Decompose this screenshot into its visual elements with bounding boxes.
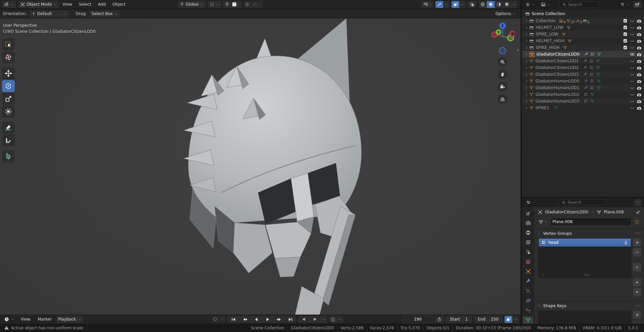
mesh-data-icon[interactable] bbox=[597, 52, 601, 57]
expand-arrow-icon[interactable] bbox=[524, 79, 529, 83]
navigation-gizmo[interactable]: Y X Z bbox=[490, 21, 515, 55]
hide-viewport-toggle[interactable] bbox=[629, 79, 636, 84]
mesh-data-icon[interactable] bbox=[596, 72, 600, 77]
expand-arrow-icon[interactable] bbox=[524, 86, 529, 90]
wrench-icon[interactable] bbox=[583, 65, 588, 70]
orientation-dropdown[interactable]: Default bbox=[30, 10, 68, 17]
tab-world[interactable] bbox=[523, 258, 533, 266]
wrench-icon[interactable] bbox=[583, 59, 588, 63]
preview-range-dropdown[interactable] bbox=[337, 316, 343, 323]
outliner-row-gladiatorcitizenlod2[interactable]: GladiatorCitizenLOD2 bbox=[522, 64, 644, 71]
add-cube-tool[interactable] bbox=[2, 150, 15, 162]
playback-dropdown[interactable]: Playback bbox=[56, 316, 83, 323]
outliner-filter-dropdown[interactable] bbox=[618, 1, 632, 8]
mode-dropdown[interactable]: Object Mode bbox=[18, 1, 59, 8]
use-preview-range-button[interactable] bbox=[435, 316, 444, 323]
modifier-stack-icon[interactable] bbox=[584, 92, 588, 97]
scale-tool[interactable] bbox=[2, 93, 15, 105]
hide-viewport-toggle[interactable] bbox=[629, 59, 636, 64]
gladiator-helmet-model[interactable] bbox=[0, 18, 521, 315]
modifier-stack-icon[interactable] bbox=[589, 72, 594, 77]
snap-to-dropdown[interactable] bbox=[231, 1, 241, 8]
show-gizmo-toggle[interactable] bbox=[435, 1, 443, 8]
tab-view-layer[interactable] bbox=[523, 239, 533, 246]
hide-viewport-toggle[interactable] bbox=[629, 32, 636, 37]
proportional-falloff-dropdown[interactable] bbox=[251, 1, 262, 8]
exclude-checkbox[interactable] bbox=[622, 18, 629, 23]
lock-toggle[interactable] bbox=[624, 240, 628, 245]
hide-viewport-toggle[interactable] bbox=[629, 72, 636, 77]
expand-arrow-icon[interactable] bbox=[524, 53, 529, 56]
tab-object-data[interactable] bbox=[523, 316, 533, 324]
sidebar-collapse-handle[interactable] bbox=[516, 48, 520, 52]
timeline-menu-view[interactable]: View bbox=[18, 316, 33, 323]
auto-key-dropdown[interactable] bbox=[219, 316, 226, 323]
disable-render-toggle[interactable] bbox=[636, 99, 643, 104]
tab-physics[interactable] bbox=[523, 297, 533, 304]
snap-toggle[interactable] bbox=[223, 1, 231, 8]
menu-view[interactable]: View bbox=[60, 1, 75, 8]
modifier-stack-icon[interactable] bbox=[590, 79, 595, 83]
rotate-tool[interactable] bbox=[2, 80, 15, 92]
disable-render-toggle[interactable] bbox=[636, 65, 643, 70]
outliner-row-gladiatorhumanlod0[interactable]: GladiatorHumanLOD0 bbox=[522, 78, 644, 84]
expand-arrow-icon[interactable] bbox=[524, 19, 529, 23]
fake-user-button[interactable] bbox=[633, 218, 641, 226]
play-reverse-button[interactable] bbox=[250, 316, 262, 323]
pin-id-button[interactable] bbox=[636, 210, 641, 215]
jump-to-end-button[interactable] bbox=[285, 316, 296, 323]
menu-add[interactable]: Add bbox=[95, 1, 109, 8]
hide-viewport-toggle[interactable] bbox=[629, 99, 636, 104]
panel-grip-icon[interactable] bbox=[634, 304, 641, 308]
tab-modifiers[interactable] bbox=[523, 277, 533, 285]
tab-output[interactable] bbox=[523, 229, 533, 237]
mesh-id-dropdown[interactable] bbox=[537, 218, 549, 226]
outliner-row-gladiatorhumanlod2[interactable]: GladiatorHumanLOD2 bbox=[522, 91, 644, 98]
expand-arrow-icon[interactable] bbox=[524, 26, 529, 29]
add-vertex-group-button[interactable] bbox=[633, 238, 641, 247]
perspective-toggle-button[interactable] bbox=[497, 94, 508, 104]
expand-arrow-icon[interactable] bbox=[524, 32, 529, 36]
play-button[interactable] bbox=[262, 316, 273, 323]
outliner-row-spike-high[interactable]: SPIKE_HIGH bbox=[522, 44, 644, 51]
tab-constraints[interactable] bbox=[523, 307, 533, 314]
expand-arrow-icon[interactable] bbox=[524, 39, 529, 43]
remove-vertex-group-button[interactable] bbox=[633, 248, 641, 256]
transform-orientation-dropdown[interactable]: Global bbox=[178, 1, 206, 8]
breadcrumb-data[interactable]: Plane.008 bbox=[604, 210, 624, 214]
hide-viewport-toggle[interactable] bbox=[629, 65, 636, 70]
hide-viewport-toggle[interactable] bbox=[629, 45, 636, 50]
properties-search-input[interactable] bbox=[568, 200, 602, 205]
hide-viewport-toggle[interactable] bbox=[629, 25, 636, 30]
disable-render-toggle[interactable] bbox=[636, 85, 643, 90]
jump-to-start-button[interactable] bbox=[228, 316, 239, 323]
outliner-row-helmet-high[interactable]: HELMET_HIGH bbox=[522, 38, 644, 44]
start-frame-field[interactable]: Start 1 bbox=[446, 316, 472, 323]
outliner-row-spike1[interactable]: SPIKE1 bbox=[522, 105, 644, 111]
hide-viewport-toggle[interactable] bbox=[629, 106, 636, 111]
expand-arrow-icon[interactable] bbox=[524, 93, 529, 96]
mesh-data-icon[interactable] bbox=[590, 99, 595, 104]
properties-search[interactable] bbox=[559, 199, 605, 206]
tab-tool[interactable] bbox=[523, 210, 533, 217]
measure-tool[interactable] bbox=[2, 134, 15, 146]
shading-rendered-button[interactable] bbox=[503, 1, 511, 8]
modifier-stack-icon[interactable] bbox=[589, 59, 594, 63]
preview-range-toggle[interactable] bbox=[329, 316, 337, 323]
properties-options-dropdown[interactable] bbox=[634, 199, 642, 206]
mesh-data-icon[interactable] bbox=[596, 59, 600, 63]
next-keyframe-button[interactable] bbox=[273, 316, 285, 323]
exclude-checkbox[interactable] bbox=[622, 39, 629, 43]
tab-particles[interactable] bbox=[523, 287, 533, 294]
disable-render-toggle[interactable] bbox=[636, 72, 643, 77]
hide-viewport-toggle[interactable] bbox=[629, 52, 636, 57]
mesh-data-icon[interactable] bbox=[596, 85, 601, 90]
exclude-checkbox[interactable] bbox=[622, 45, 629, 50]
outliner-row-gladiatorhumanlod3[interactable]: GladiatorHumanLOD3 bbox=[522, 98, 644, 105]
vertex-group-item-head[interactable]: head bbox=[539, 239, 631, 247]
exclude-checkbox[interactable] bbox=[622, 32, 629, 37]
expand-arrow-icon[interactable] bbox=[524, 59, 529, 63]
list-filter-toggle-icon[interactable] bbox=[541, 273, 545, 277]
disable-render-toggle[interactable] bbox=[636, 92, 643, 97]
expand-arrow-icon[interactable] bbox=[524, 106, 529, 110]
